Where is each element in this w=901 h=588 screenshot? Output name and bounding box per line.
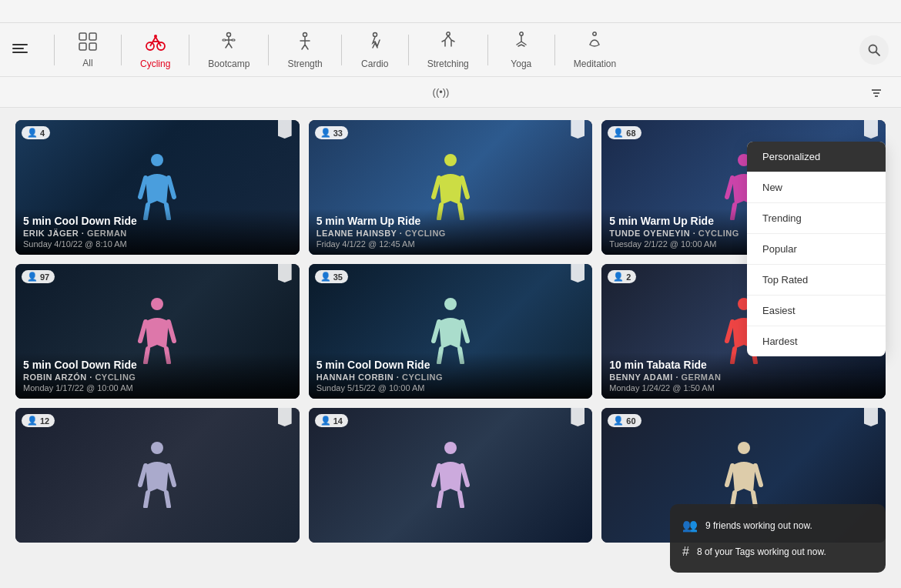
svg-rect-1 — [89, 33, 96, 40]
app-header — [0, 0, 901, 23]
class-card[interactable]: 5 min Warm Up Ride LEANNE HAINSBY · CYCL… — [309, 120, 593, 255]
card-instructor: LEANNE HAINSBY · CYCLING — [317, 229, 585, 238]
participants-badge: 👤68 — [608, 126, 641, 139]
bookmark-icon[interactable] — [571, 120, 584, 139]
tags-icon: # — [682, 545, 689, 559]
dropdown-item-personalized[interactable]: Personalized — [747, 142, 886, 172]
participants-icon: 👤 — [27, 272, 38, 282]
card-overlay: 5 min Warm Up Ride LEANNE HAINSBY · CYCL… — [309, 209, 593, 255]
nav-item-stretching-label: Stretching — [427, 58, 469, 69]
class-card[interactable]: 👤14 — [309, 408, 593, 543]
bookmark-icon[interactable] — [571, 264, 584, 282]
nav-item-meditation[interactable]: Meditation — [561, 25, 628, 75]
svg-point-21 — [444, 154, 457, 166]
bookmark-icon[interactable] — [278, 408, 292, 426]
card-title: 5 min Cool Down Ride — [317, 359, 585, 371]
dropdown-item-new[interactable]: New — [747, 172, 886, 202]
nav-separator-5 — [341, 35, 342, 65]
participants-badge: 👤97 — [22, 270, 55, 283]
card-date: Monday 1/24/22 @ 1:50 AM — [609, 383, 878, 393]
notification-text: 8 of your Tags working out now. — [697, 546, 826, 557]
nav-item-all[interactable]: All — [61, 25, 115, 75]
class-card[interactable]: 👤12 — [15, 408, 300, 543]
collections-icon — [12, 44, 28, 56]
nav-item-strength-label: Strength — [287, 58, 322, 69]
svg-point-6 — [154, 35, 157, 38]
card-date: Sunday 5/15/22 @ 10:00 AM — [317, 383, 585, 393]
svg-point-11 — [373, 32, 377, 36]
svg-rect-0 — [79, 33, 86, 40]
signal-icon: ((•)) — [433, 86, 450, 98]
nav-item-meditation-label: Meditation — [574, 58, 616, 69]
svg-point-27 — [444, 442, 457, 454]
card-title: 10 min Tabata Ride — [609, 359, 878, 371]
yoga-icon — [511, 31, 532, 55]
friends-icon: 👥 — [682, 518, 698, 533]
bookmark-icon[interactable] — [571, 408, 584, 426]
participants-icon: 👤 — [613, 272, 624, 282]
nav-item-yoga[interactable]: Yoga — [494, 25, 548, 75]
svg-rect-9 — [232, 39, 235, 41]
nav-separator-6 — [408, 35, 409, 65]
instructor-figure — [15, 439, 300, 508]
nav-separator-8 — [554, 35, 555, 65]
dropdown-item-easiest[interactable]: Easiest — [747, 296, 886, 326]
participants-badge: 👤12 — [22, 414, 55, 427]
card-overlay: 5 min Cool Down Ride ROBIN ARZÓN · CYCLI… — [15, 352, 300, 399]
participants-count: 60 — [626, 416, 635, 426]
subheader: ((•)) — [0, 77, 901, 108]
participants-badge: 👤14 — [315, 414, 348, 427]
bookmark-icon[interactable] — [278, 264, 292, 282]
nav-item-strength[interactable]: Strength — [275, 25, 334, 75]
svg-line-16 — [876, 52, 880, 55]
search-button[interactable] — [859, 35, 889, 65]
class-card[interactable]: 5 min Cool Down Ride ERIK JÄGER · GERMAN… — [15, 120, 300, 255]
participants-badge: 👤4 — [22, 126, 50, 139]
dropdown-item-top_rated[interactable]: Top Rated — [747, 265, 886, 295]
svg-point-14 — [593, 32, 596, 35]
nav-item-cardio[interactable]: Cardio — [348, 25, 402, 75]
class-card[interactable]: 5 min Cool Down Ride HANNAH CORBIN · CYC… — [309, 264, 593, 399]
participants-badge: 👤60 — [608, 414, 641, 427]
participants-count: 33 — [333, 129, 343, 138]
participants-icon: 👤 — [613, 416, 624, 426]
participants-icon: 👤 — [320, 272, 331, 282]
card-title: 5 min Cool Down Ride — [23, 359, 292, 371]
dropdown-item-hardest[interactable]: Hardest — [747, 326, 886, 356]
participants-count: 14 — [333, 416, 343, 426]
dropdown-item-trending[interactable]: Trending — [747, 203, 886, 233]
bookmark-icon[interactable] — [278, 120, 292, 139]
card-overlay: 10 min Tabata Ride BENNY ADAMI · GERMAN … — [601, 352, 886, 399]
sort-dropdown[interactable]: PersonalizedNewTrendingPopularTop RatedE… — [747, 142, 886, 356]
nav-item-stretching[interactable]: Stretching — [415, 25, 481, 75]
svg-point-10 — [303, 32, 307, 36]
cardio-icon — [364, 31, 386, 55]
nav-categories: All Cycling — [61, 25, 859, 75]
svg-point-26 — [151, 442, 163, 454]
collections-button[interactable] — [12, 44, 32, 56]
participants-icon: 👤 — [320, 128, 331, 138]
nav-item-bootcamp-label: Bootcamp — [208, 58, 250, 69]
navbar: All Cycling — [0, 23, 901, 77]
participants-icon: 👤 — [27, 128, 38, 138]
nav-item-bootcamp[interactable]: Bootcamp — [196, 25, 262, 75]
bookmark-icon[interactable] — [864, 120, 878, 139]
bookmark-icon[interactable] — [864, 408, 878, 426]
svg-point-12 — [447, 32, 450, 35]
svg-point-23 — [151, 298, 163, 310]
class-card[interactable]: 5 min Cool Down Ride ROBIN ARZÓN · CYCLI… — [15, 264, 300, 399]
card-instructor: ERIK JÄGER · GERMAN — [23, 229, 292, 238]
personalized-filter-button[interactable] — [871, 87, 886, 98]
card-overlay: 5 min Cool Down Ride HANNAH CORBIN · CYC… — [309, 352, 593, 399]
nav-item-cycling[interactable]: Cycling — [128, 25, 183, 75]
dropdown-item-popular[interactable]: Popular — [747, 234, 886, 264]
svg-point-28 — [738, 442, 750, 454]
card-instructor: BENNY ADAMI · GERMAN — [609, 373, 878, 382]
nav-item-all-label: All — [82, 58, 92, 68]
participants-count: 68 — [626, 129, 635, 138]
card-title: 5 min Warm Up Ride — [317, 215, 585, 227]
card-date: Friday 4/1/22 @ 12:45 AM — [317, 239, 585, 249]
participants-count: 97 — [40, 272, 49, 282]
svg-rect-8 — [223, 39, 226, 41]
nav-item-cardio-label: Cardio — [361, 58, 388, 69]
